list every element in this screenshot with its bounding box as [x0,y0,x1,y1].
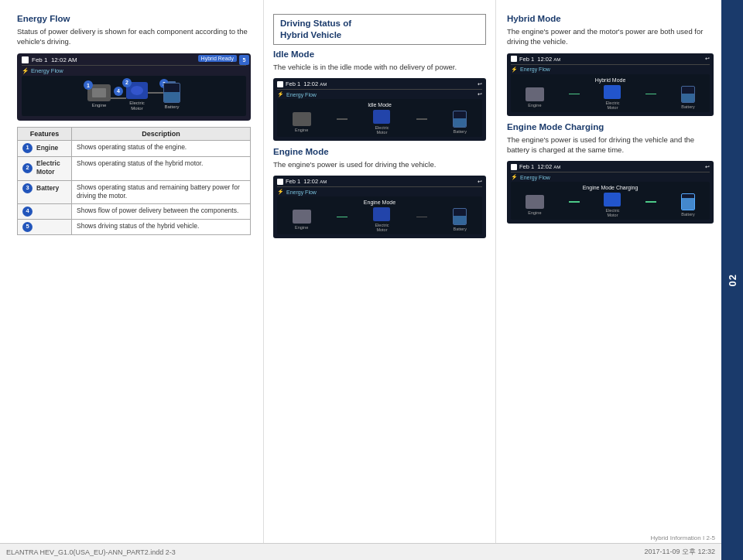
table-cell-feature: 1 Engine [18,140,72,156]
engine-mode-body: The engine's power is used for driving t… [273,159,486,169]
hybrid-mode-screen: Feb 1 12:02 AM ↩ ⚡ Energy Flow Hybrid Mo… [507,53,714,116]
battery-hybrid [681,86,695,103]
screen-label: Energy Flow [31,67,63,74]
hybrid-date-time: Feb 1 12:02 AM [519,56,560,63]
idle-mode-label: Idle Mode [279,102,480,108]
table-cell-feature: 2 Electric Motor [18,156,72,180]
engine-idle [293,112,311,126]
badge-4: 4 [114,87,123,96]
engine-charging-screen: Feb 1 12:02 AM ↩ ⚡ Energy Flow Engine Mo… [507,161,714,224]
hybrid-mode-body: The engine's power and the motor's power… [507,26,714,47]
table-row: 3 Battery Shows operating status and rem… [18,180,251,203]
table-row: 4 Shows flow of power delivery between t… [18,203,251,219]
home-icon-engine [277,179,283,185]
idle-mode-body: The vehicle is in the idle mode with no … [273,62,486,72]
battery-eng [453,208,467,225]
motor-idle [373,110,390,124]
table-header-description: Description [72,127,251,140]
table-cell-desc: Shows flow of power delivery between the… [72,203,251,219]
idle-screen-label: Energy Flow [286,92,317,97]
energy-flow-icon: ⚡ [22,67,29,74]
table-header-features: Features [18,127,72,140]
engine-eng [293,210,311,224]
charging-mode-label: Engine Mode Charging [513,185,707,190]
charging-date-time: Feb 1 12:02 AM [519,163,560,170]
badge-inline-5: 5 [22,222,33,232]
table-cell-desc: Shows driving status of the hybrid vehic… [72,219,251,234]
hybrid-screen-label: Energy Flow [520,67,550,72]
motor-component: 2 ElectricMotor [126,82,148,111]
hybrid-mode-label: Hybrid Mode [513,77,707,83]
badge-inline-2: 2 [22,163,33,173]
table-row: 5 Shows driving status of the hybrid veh… [18,219,251,234]
motor-charge [604,193,621,207]
engine-charging-title: Engine Mode Charging [507,122,714,131]
driving-status-title-line1: Driving Status of [280,18,479,29]
right-column: Hybrid Mode The engine's power and the m… [495,0,721,543]
table-cell-desc: Shows operating status and remaining bat… [72,180,251,203]
home-icon-charging [511,164,517,170]
engine-diagram: Engine Mode Engine ElectricMotor [277,196,482,234]
engine-label: Engine [92,103,107,108]
table-cell-desc: Shows operating status of the hybrid mot… [72,156,251,180]
driving-status-box: Driving Status of Hybrid Vehicle [273,14,486,45]
battery-idle [453,111,467,128]
table-cell-feature: 3 Battery [18,180,72,203]
idle-date-time: Feb 1 12:02 AM [286,80,327,87]
left-column: Energy Flow Status of power delivery is … [0,0,263,543]
charging-diagram: Engine Mode Charging Engine ElectricMoto… [511,182,710,220]
engine-screen-label: Energy Flow [286,190,317,195]
engine-mode-title: Engine Mode [273,147,486,156]
status-number: 5 [239,55,249,65]
table-row: 1 Engine Shows operating status of the e… [18,140,251,156]
home-icon [22,56,29,63]
badge-inline-3: 3 [22,183,33,193]
badge-inline-1: 1 [22,143,33,153]
driving-status-title-line2: Hybrid Vehicle [280,29,479,41]
bottom-bar: ELANTRA HEV_G1.0(USA_EU)-ANN_PART2.indd … [0,543,721,560]
engine-charging-body: The engine's power is used for driving t… [507,135,714,155]
motor-eng [373,207,390,221]
engine-hybrid [526,87,544,101]
battery-label: Battery [164,104,179,110]
table-cell-feature: 4 [18,203,72,219]
hybrid-ready-screen: Feb 1 12:02 AM ↩ ⚡ Energy Flow Hybrid Re… [17,53,251,121]
home-icon-idle [277,81,283,87]
main-content: Energy Flow Status of power delivery is … [0,0,721,543]
table-cell-feature: 5 [18,219,72,234]
idle-diagram: Idle Mode Engine ElectricMotor [277,99,482,137]
date-info: 2017-11-09 오후 12:32 [644,547,715,557]
engine-mode-screen: Feb 1 12:02 AM ↩ ⚡ Energy Flow Engine Mo… [273,176,486,238]
screen-date-time: Feb 1 12:02 AM [32,56,77,63]
engine-component: 1 Engine [87,84,111,108]
idle-mode-title: Idle Mode [273,50,486,59]
motor-hybrid [604,85,621,99]
file-info: ELANTRA HEV_G1.0(USA_EU)-ANN_PART2.indd … [6,548,176,556]
hybrid-diagram: Hybrid Mode Engine ElectricMotor [511,74,710,112]
badge-2: 2 [122,78,132,87]
feature-table: Features Description 1 Engine Shows oper… [17,127,251,235]
back-icon-engine: ↩ [478,179,482,185]
battery-component: 3 Battery [163,83,180,110]
table-cell-desc: Shows operating status of the engine. [72,140,251,156]
engine-charge [526,195,544,209]
chapter-tab: 02 [721,0,743,560]
home-icon-hybrid [511,56,517,62]
energy-flow-body: Status of power delivery is shown for ea… [17,26,251,47]
mid-column: Driving Status of Hybrid Vehicle Idle Mo… [263,0,495,543]
engine-date-time: Feb 1 12:02 AM [286,178,327,185]
engine-mode-label: Engine Mode [279,200,480,205]
table-row: 2 Electric Motor Shows operating status … [18,156,251,180]
hybrid-mode-title: Hybrid Mode [507,14,714,23]
badge-inline-4: 4 [22,207,33,217]
idle-mode-screen: Feb 1 12:02 AM ↩ ⚡ Energy Flow ↩ Idle Mo… [273,78,486,141]
chapter-number: 02 [727,274,738,286]
energy-flow-title: Energy Flow [17,14,251,23]
components-diagram: 1 Engine 4 [22,76,246,116]
hybrid-ready-badge: Hybrid Ready [198,55,237,62]
charging-screen-label: Energy Flow [520,175,550,180]
motor-label: ElectricMotor [129,101,145,111]
battery-charge [681,193,695,210]
back-icon-idle: ↩ [478,81,482,87]
